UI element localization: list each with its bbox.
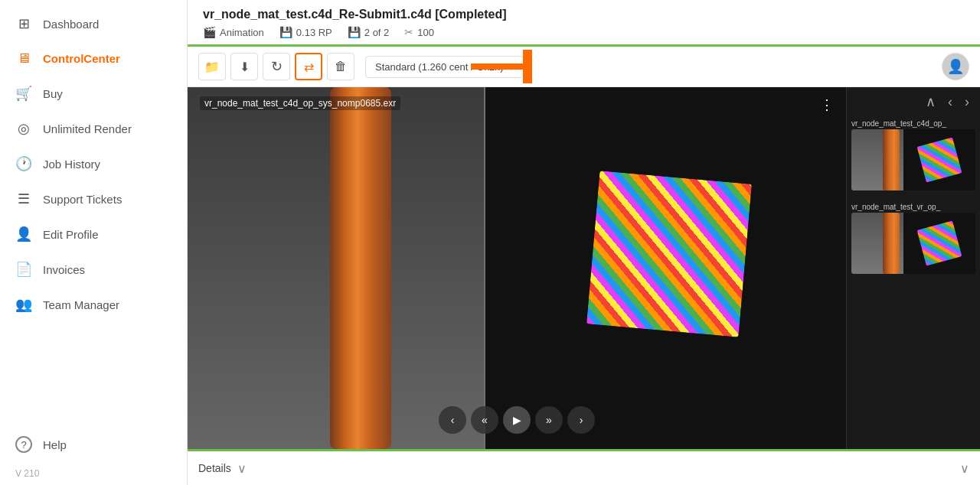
sidebar-label-team-manager: Team Manager — [43, 298, 119, 311]
play-button[interactable]: ▶ — [503, 406, 531, 434]
meta-type-label: Animation — [220, 27, 264, 38]
sidebar-item-buy[interactable]: 🛒 Buy — [0, 76, 187, 111]
meta-progress-label: 100 — [417, 27, 434, 38]
meta-type: 🎬 Animation — [203, 26, 264, 38]
bottom-chevron-icon[interactable]: ∨ — [960, 461, 969, 476]
header: vr_node_mat_test.c4d_Re-Submit1.c4d [Com… — [188, 0, 980, 47]
thumb-cube-1 — [917, 138, 962, 183]
job-history-icon: 🕐 — [15, 155, 32, 172]
cube-face — [586, 171, 752, 337]
invoices-icon: 📄 — [15, 261, 32, 278]
next-next-button[interactable]: » — [535, 406, 563, 434]
sidebar-label-dashboard: Dashboard — [43, 18, 99, 31]
download-icon: ⬇ — [240, 60, 250, 74]
player-controls: ‹ « ▶ » › — [439, 406, 595, 434]
chevron-down-icon: ▾ — [508, 61, 514, 73]
quality-label: Standard (1.260 cent / Ghzh) — [375, 61, 504, 73]
thumb-next-button[interactable]: › — [960, 93, 974, 112]
thumb-collapse-button[interactable]: ∧ — [921, 92, 940, 112]
details-chevron-icon[interactable]: ∨ — [237, 461, 247, 476]
progress-icon: ✂ — [404, 26, 413, 38]
delete-button[interactable]: 🗑 — [327, 53, 354, 80]
folder-button[interactable]: 📁 — [198, 53, 226, 80]
sidebar-item-support-tickets[interactable]: ☰ Support Tickets — [0, 181, 187, 216]
render-scene — [188, 87, 846, 449]
thumbnail-image-1 — [851, 129, 975, 190]
avatar-icon: 👤 — [947, 58, 964, 75]
thumbnail-panel: ∧ ‹ › vr_node_mat_test_c4d_op_ — [846, 87, 980, 449]
sidebar-item-help[interactable]: ? Help — [0, 427, 187, 462]
team-manager-icon: 👥 — [15, 296, 32, 313]
thumbnail-image-2 — [851, 213, 975, 274]
thumbnail-label-2: vr_node_mat_test_vr_op_ — [851, 203, 975, 211]
compare-icon: ⇄ — [304, 60, 314, 74]
copper-cylinder — [330, 87, 391, 449]
frames-icon: 💾 — [348, 26, 361, 38]
thumb-cyl-1 — [883, 129, 900, 190]
viewer-main: vr_node_mat_test_c4d_op_sys_nomp0685.exr… — [188, 87, 846, 449]
sidebar-item-job-history[interactable]: 🕐 Job History — [0, 146, 187, 181]
sidebar-label-job-history: Job History — [43, 158, 100, 171]
details-label: Details — [198, 462, 231, 474]
help-icon: ? — [15, 436, 32, 453]
sidebar-item-edit-profile[interactable]: 👤 Edit Profile — [0, 216, 187, 252]
thumb-left-1 — [851, 129, 903, 190]
thumb-cyl-2 — [883, 213, 900, 274]
buy-icon: 🛒 — [15, 85, 32, 102]
refresh-button[interactable]: ↻ — [263, 53, 290, 80]
dashboard-icon: ⊞ — [15, 15, 32, 32]
refresh-icon: ↻ — [271, 58, 283, 75]
thumb-left-2 — [851, 213, 903, 274]
meta-frames-label: 2 of 2 — [364, 27, 390, 38]
rp-icon: 💾 — [279, 26, 292, 38]
colorful-cube — [593, 177, 746, 330]
sidebar-label-controlcenter: ControlCenter — [43, 52, 120, 65]
support-tickets-icon: ☰ — [15, 190, 32, 207]
render-right-panel — [484, 87, 846, 449]
sidebar-label-support-tickets: Support Tickets — [43, 193, 122, 206]
sidebar-label-unlimited-render: Unlimited Render — [43, 122, 132, 135]
download-button[interactable]: ⬇ — [230, 53, 258, 80]
sidebar-label-invoices: Invoices — [43, 263, 85, 276]
prev-prev-button[interactable]: « — [471, 406, 498, 434]
details-left: Details ∨ — [198, 461, 247, 476]
delete-icon: 🗑 — [335, 60, 347, 73]
meta-rp: 💾 0.13 RP — [279, 26, 332, 38]
viewer-container: vr_node_mat_test_c4d_op_sys_nomp0685.exr… — [188, 87, 980, 449]
quality-dropdown[interactable]: Standard (1.260 cent / Ghzh) ▾ — [365, 56, 524, 78]
folder-icon: 📁 — [204, 60, 220, 74]
compare-button[interactable]: ⇄ — [295, 53, 322, 80]
details-row: Details ∨ ∨ — [198, 451, 969, 485]
sidebar-item-invoices[interactable]: 📄 Invoices — [0, 252, 187, 287]
thumbnail-label-1: vr_node_mat_test_c4d_op_ — [851, 119, 975, 128]
thumbnail-item-2[interactable]: vr_node_mat_test_vr_op_ — [847, 200, 980, 277]
controlcenter-icon: 🖥 — [15, 50, 32, 67]
thumb-prev-button[interactable]: ‹ — [943, 93, 957, 112]
main-content: vr_node_mat_test.c4d_Re-Submit1.c4d [Com… — [188, 0, 980, 485]
next-button[interactable]: › — [567, 406, 595, 434]
sidebar-item-unlimited-render[interactable]: ◎ Unlimited Render — [0, 111, 187, 146]
filename-label: vr_node_mat_test_c4d_op_sys_nomp0685.exr — [200, 96, 400, 110]
meta-progress: ✂ 100 — [404, 26, 434, 38]
sidebar-item-dashboard[interactable]: ⊞ Dashboard — [0, 6, 187, 41]
sidebar-item-controlcenter[interactable]: 🖥 ControlCenter — [0, 41, 187, 76]
sidebar-label-help: Help — [43, 438, 67, 451]
user-avatar-button[interactable]: 👤 — [942, 53, 969, 80]
page-title: vr_node_mat_test.c4d_Re-Submit1.c4d [Com… — [203, 8, 965, 21]
render-divider — [484, 87, 485, 449]
meta-rp-label: 0.13 RP — [296, 27, 332, 38]
thumb-cube-2 — [917, 221, 962, 266]
sidebar: ⊞ Dashboard 🖥 ControlCenter 🛒 Buy ◎ Unli… — [0, 0, 188, 485]
thumbnail-item-1[interactable]: vr_node_mat_test_c4d_op_ — [847, 116, 980, 194]
more-options-button[interactable]: ⋮ — [820, 96, 834, 113]
sidebar-label-buy: Buy — [43, 87, 63, 100]
edit-profile-icon: 👤 — [15, 226, 32, 242]
sidebar-version: V 210 — [0, 462, 187, 485]
toolbar: 📁 ⬇ ↻ ⇄ 🗑 Standard (1.26 — [188, 47, 980, 87]
meta-frames: 💾 2 of 2 — [348, 26, 390, 38]
sidebar-item-team-manager[interactable]: 👥 Team Manager — [0, 287, 187, 322]
animation-icon: 🎬 — [203, 26, 216, 38]
header-meta: 🎬 Animation 💾 0.13 RP 💾 2 of 2 ✂ 100 — [203, 26, 965, 44]
prev-button[interactable]: ‹ — [439, 406, 466, 434]
sidebar-label-edit-profile: Edit Profile — [43, 228, 99, 241]
